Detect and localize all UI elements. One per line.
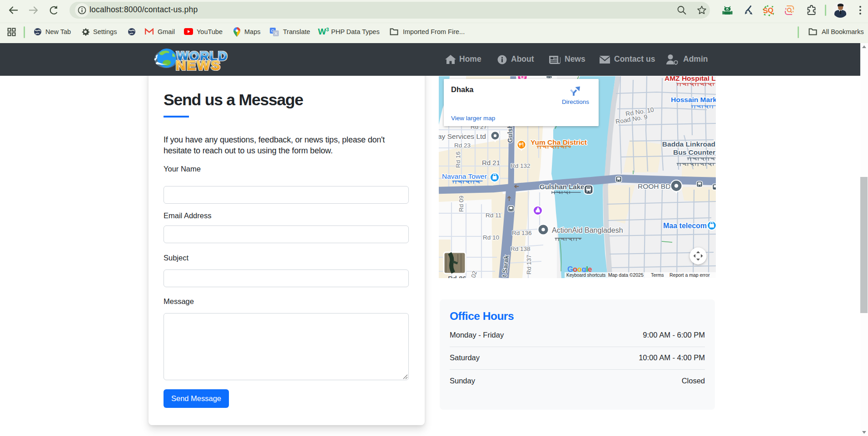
svg-text:Hossain Marke: Hossain Marke (671, 96, 716, 103)
svg-text:AMZ Hospital Lt: AMZ Hospital Lt (665, 76, 716, 82)
svg-text:Rd 23: Rd 23 (454, 142, 471, 149)
svg-text:Google: Google (567, 265, 592, 273)
svg-text:Rd 10: Rd 10 (483, 234, 499, 241)
svg-text:Rd 137: Rd 137 (526, 255, 532, 274)
svg-text:ActionAid Bangladesh: ActionAid Bangladesh (552, 226, 623, 234)
svg-text:Gulsh: Gulsh (506, 124, 514, 143)
svg-text:Rd 132: Rd 132 (511, 162, 531, 169)
svg-text:Maa telecom: Maa telecom (663, 222, 707, 230)
svg-text:Report a map error: Report a map error (670, 272, 710, 278)
svg-text:Rd 138: Rd 138 (511, 245, 531, 252)
svg-text:Map data ©2025: Map data ©2025 (608, 272, 644, 278)
svg-text:Navana Tower: Navana Tower (442, 172, 487, 180)
svg-text:Rd 11: Rd 11 (486, 212, 501, 219)
svg-text:NEWS: NEWS (176, 58, 221, 71)
svg-text:SQ: SQ (763, 6, 774, 15)
svg-text:Gulshan Lake: Gulshan Lake (540, 183, 584, 191)
svg-text:Rd 09: Rd 09 (458, 196, 465, 212)
svg-text:Rd 21: Rd 21 (482, 159, 500, 167)
svg-text:Dhaka: Dhaka (451, 85, 474, 93)
svg-text:02: 02 (470, 270, 478, 278)
svg-text:ay Services Ltd: ay Services Ltd (439, 132, 486, 140)
svg-text:Terms: Terms (651, 272, 664, 278)
svg-text:Rd 86: Rd 86 (448, 274, 466, 278)
svg-text:ROOH BD: ROOH BD (638, 182, 670, 190)
svg-text:Directions: Directions (562, 98, 589, 105)
svg-text:Rd 16: Rd 16 (455, 152, 461, 168)
svg-text:Yum Cha District: Yum Cha District (531, 138, 587, 146)
svg-text:View larger map: View larger map (451, 115, 495, 122)
svg-text:Badda Linkroad: Badda Linkroad (662, 140, 715, 148)
svg-text:t Sarak: t Sarak (501, 255, 510, 278)
svg-text:Bus Counter: Bus Counter (673, 148, 715, 156)
svg-text:Keyboard shortcuts: Keyboard shortcuts (566, 273, 605, 278)
svg-text:Rd 136: Rd 136 (512, 230, 532, 236)
svg-text:X: X (274, 31, 278, 36)
